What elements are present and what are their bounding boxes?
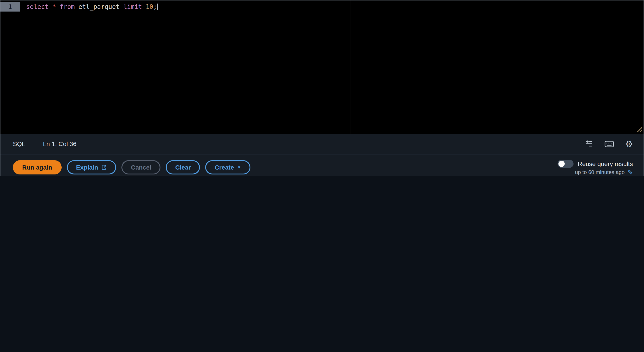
explain-button[interactable]: Explain	[67, 160, 116, 174]
indent-lines-icon[interactable]	[585, 140, 593, 148]
text-cursor	[157, 4, 158, 10]
editor-code-area[interactable]: select * from etl_parquet limit 10;	[26, 1, 644, 134]
sql-number: 10	[146, 3, 153, 10]
editor-status-bar: SQL Ln 1, Col 36 ⚙	[0, 134, 644, 154]
create-dropdown-button[interactable]: Create ▼	[206, 160, 250, 174]
active-line-number: 1	[0, 2, 20, 12]
reuse-results-sub-label: up to 60 minutes ago	[575, 169, 624, 175]
sql-keyword: select	[26, 3, 52, 10]
cancel-button[interactable]: Cancel	[122, 160, 161, 174]
run-again-button[interactable]: Run again	[13, 160, 62, 174]
query-actions-bar: Run again Explain Cancel Clear Create ▼	[0, 154, 644, 176]
toggle-knob	[559, 160, 565, 167]
editor-settings-gear-icon[interactable]: ⚙	[626, 140, 633, 148]
sql-table-name: etl_parquet	[78, 3, 123, 10]
sql-keyword: limit	[123, 3, 146, 10]
reuse-query-results-toggle[interactable]	[558, 159, 574, 167]
athena-query-editor-page: 1 select * from etl_parquet limit 10; SQ…	[0, 0, 644, 176]
cursor-position-label: Ln 1, Col 36	[43, 140, 76, 147]
sql-operator: *	[52, 3, 60, 10]
code-line: select * from etl_parquet limit 10;	[26, 2, 644, 12]
sql-punctuation: ;	[153, 3, 157, 10]
editor-language-label: SQL	[13, 140, 25, 147]
edit-pencil-icon[interactable]: ✎	[628, 169, 633, 175]
sql-code-editor[interactable]: 1 select * from etl_parquet limit 10;	[0, 1, 644, 134]
clear-button[interactable]: Clear	[166, 160, 200, 174]
reuse-results-label: Reuse query results	[578, 160, 633, 167]
editor-gutter: 1	[0, 1, 26, 134]
keyboard-shortcuts-icon[interactable]	[604, 140, 614, 147]
editor-resize-handle[interactable]	[636, 126, 642, 132]
external-link-icon	[101, 164, 107, 170]
caret-down-icon: ▼	[237, 165, 241, 169]
editor-ruler-line	[350, 1, 351, 134]
sql-keyword: from	[60, 3, 78, 10]
